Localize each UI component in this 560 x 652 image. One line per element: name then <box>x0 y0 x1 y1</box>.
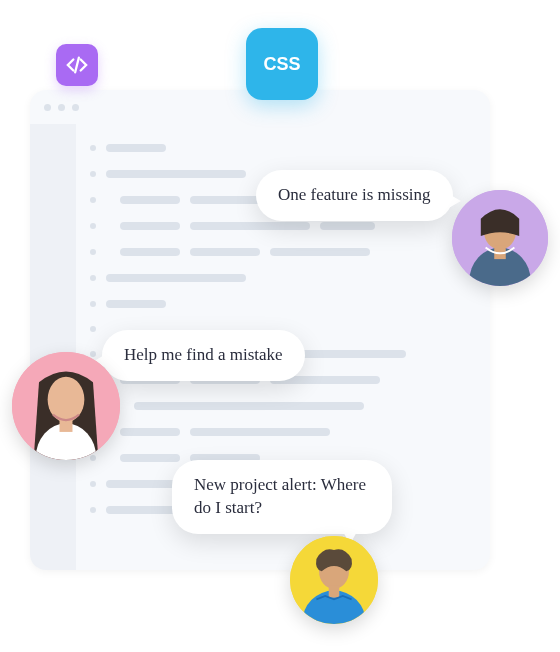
line-bullet <box>90 507 96 513</box>
code-line <box>90 248 472 256</box>
code-bar <box>106 144 166 152</box>
line-bullet <box>90 326 96 332</box>
code-bar <box>120 196 180 204</box>
editor-sidebar <box>30 124 76 570</box>
line-bullet <box>90 249 96 255</box>
line-bullet <box>90 145 96 151</box>
avatar-icon <box>452 190 548 286</box>
code-bar <box>320 222 375 230</box>
avatar-icon <box>12 352 120 460</box>
code-bar <box>106 300 166 308</box>
code-bar <box>190 428 330 436</box>
bubble-text: New project alert: Where do I start? <box>194 475 366 517</box>
code-bar <box>106 274 246 282</box>
avatar-icon <box>290 536 378 624</box>
svg-line-0 <box>75 58 79 73</box>
svg-rect-12 <box>329 585 340 597</box>
line-bullet <box>90 481 96 487</box>
line-bullet <box>90 455 96 461</box>
traffic-light-dot <box>72 104 79 111</box>
code-line <box>90 402 472 410</box>
traffic-light-dot <box>44 104 51 111</box>
code-bar <box>134 402 364 410</box>
code-icon-badge <box>56 44 98 86</box>
speech-bubble-2: Help me find a mistake <box>102 330 305 381</box>
code-bar <box>270 248 370 256</box>
code-line <box>90 222 472 230</box>
css-badge: CSS <box>246 28 318 100</box>
code-line <box>90 274 472 282</box>
bubble-text: One feature is missing <box>278 185 431 204</box>
code-line <box>90 300 472 308</box>
avatar-user-3 <box>290 536 378 624</box>
code-bar <box>190 248 260 256</box>
code-line <box>90 428 472 436</box>
speech-bubble-3: New project alert: Where do I start? <box>172 460 392 534</box>
speech-bubble-1: One feature is missing <box>256 170 453 221</box>
code-line <box>90 144 472 152</box>
avatar-user-1 <box>452 190 548 286</box>
traffic-light-dot <box>58 104 65 111</box>
css-badge-label: CSS <box>263 54 300 75</box>
code-bar <box>106 170 246 178</box>
code-bar <box>106 480 176 488</box>
line-bullet <box>90 301 96 307</box>
line-bullet <box>90 197 96 203</box>
code-bar <box>120 222 180 230</box>
code-slash-icon <box>66 54 88 76</box>
bubble-text: Help me find a mistake <box>124 345 283 364</box>
line-bullet <box>90 275 96 281</box>
code-bar <box>190 222 310 230</box>
avatar-user-2 <box>12 352 120 460</box>
line-bullet <box>90 223 96 229</box>
code-bar <box>120 454 180 462</box>
code-bar <box>120 428 180 436</box>
line-bullet <box>90 171 96 177</box>
code-bar <box>120 248 180 256</box>
